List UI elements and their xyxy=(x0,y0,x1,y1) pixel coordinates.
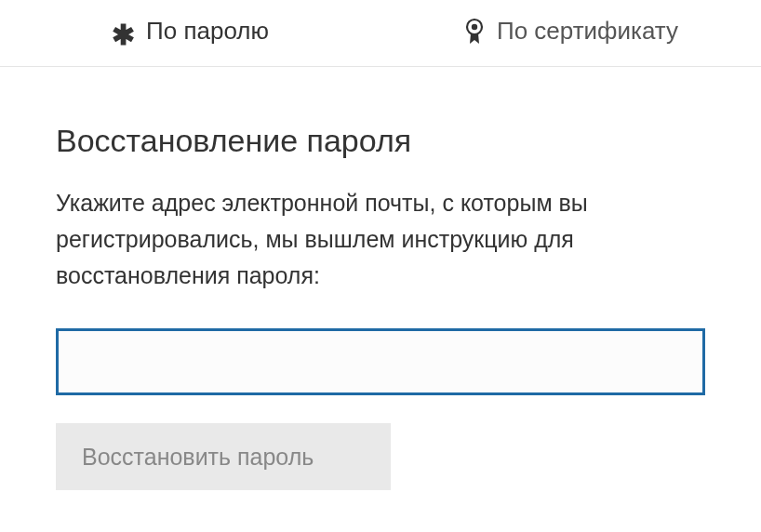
instruction-text: Укажите адрес электронной почты, с котор… xyxy=(56,185,670,293)
auth-tabs: ✱ По паролю По сертификату xyxy=(0,0,761,67)
recover-password-button-label: Восстановить пароль xyxy=(82,444,314,471)
recover-password-button[interactable]: Восстановить пароль xyxy=(56,423,391,490)
tab-password-label: По паролю xyxy=(146,17,269,46)
page-title: Восстановление пароля xyxy=(56,123,705,159)
certificate-icon xyxy=(463,18,486,46)
tab-certificate[interactable]: По сертификату xyxy=(380,0,761,66)
tab-password[interactable]: ✱ По паролю xyxy=(0,0,380,66)
svg-point-1 xyxy=(472,23,477,29)
asterisk-icon: ✱ xyxy=(112,21,135,49)
tab-certificate-label: По сертификату xyxy=(497,17,678,46)
email-input[interactable] xyxy=(56,328,705,395)
password-recovery-form: Восстановление пароля Укажите адрес элек… xyxy=(0,67,761,490)
